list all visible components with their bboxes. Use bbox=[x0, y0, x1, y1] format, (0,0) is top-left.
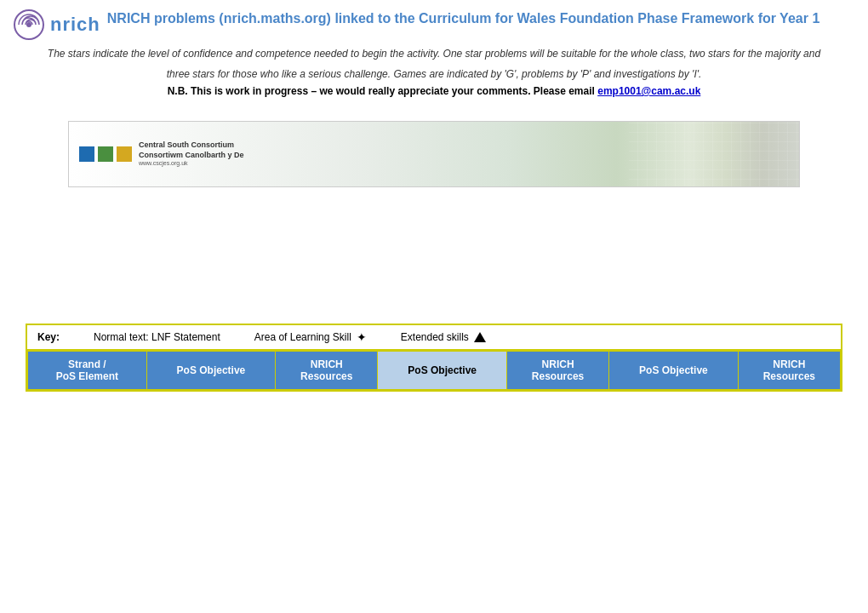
curriculum-table: Strand /PoS Element PoS Objective NRICHR… bbox=[26, 351, 842, 392]
main-table: Strand /PoS Element PoS Objective NRICHR… bbox=[27, 351, 841, 390]
main-title: NRICH problems (nrich.maths.org) linked … bbox=[107, 11, 855, 26]
diamond-icon: ✦ bbox=[357, 330, 367, 344]
col-strand: Strand /PoS Element bbox=[28, 352, 147, 390]
key-item-lnf: Normal text: LNF Statement bbox=[94, 331, 220, 343]
banner-green-square bbox=[98, 146, 113, 162]
banner-url: www.cscjes.org.uk bbox=[139, 160, 244, 167]
col-nrich-resources-2: NRICHResources bbox=[506, 352, 608, 390]
triangle-icon bbox=[474, 332, 486, 342]
col-nrich-resources-3: NRICHResources bbox=[738, 352, 840, 390]
subtitle-line1: The stars indicate the level of confiden… bbox=[13, 46, 855, 61]
page-header: nrich NRICH problems (nrich.maths.org) l… bbox=[0, 0, 868, 104]
banner-title-line2: Consortiwm Canolbarth y De bbox=[139, 151, 244, 161]
banner-yellow-square bbox=[117, 146, 132, 162]
col-pos-objective-1: PoS Objective bbox=[146, 352, 276, 390]
key-item-extended: Extended skills bbox=[401, 331, 486, 343]
nrich-logo-icon bbox=[13, 9, 45, 41]
consortium-banner: Central South Consortium Consortiwm Cano… bbox=[68, 121, 800, 187]
email-link[interactable]: emp1001@cam.ac.uk bbox=[597, 85, 700, 97]
table-header-row: Strand /PoS Element PoS Objective NRICHR… bbox=[28, 352, 841, 390]
key-lnf-text: Normal text: LNF Statement bbox=[94, 331, 220, 343]
key-extended-text: Extended skills bbox=[401, 331, 469, 343]
nb-text: N.B. This is work in progress – we would… bbox=[13, 85, 855, 97]
key-area-text: Area of Learning Skill bbox=[254, 331, 351, 343]
col-pos-objective-3: PoS Objective bbox=[609, 352, 739, 390]
banner-blue-square bbox=[79, 146, 94, 162]
key-section: Key: Normal text: LNF Statement Area of … bbox=[26, 324, 842, 351]
subtitle-line2: three stars for those who like a serious… bbox=[13, 66, 855, 82]
banner-decoration bbox=[629, 122, 799, 187]
logo-container: nrich bbox=[13, 9, 100, 41]
banner-title-line1: Central South Consortium bbox=[139, 140, 244, 151]
key-label: Key: bbox=[37, 331, 60, 343]
col-nrich-resources-1: NRICHResources bbox=[276, 352, 378, 390]
col-pos-objective-2: PoS Objective bbox=[378, 352, 507, 390]
logo-text: nrich bbox=[50, 14, 100, 36]
key-item-area: Area of Learning Skill ✦ bbox=[254, 330, 367, 344]
banner-logo: Central South Consortium Consortiwm Cano… bbox=[79, 140, 244, 168]
svg-point-1 bbox=[26, 22, 31, 27]
